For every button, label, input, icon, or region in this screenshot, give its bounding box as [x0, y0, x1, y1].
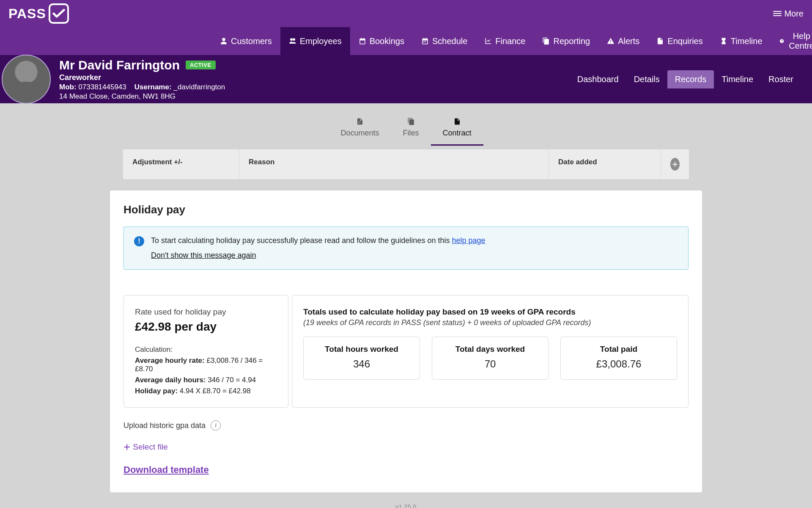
help-page-link[interactable]: help page — [452, 236, 485, 245]
select-file-button[interactable]: + Select file — [123, 442, 168, 452]
calc-key: Average daily hours: — [135, 376, 206, 384]
employee-meta: Mob: 073381445943 Username: _davidfarrin… — [59, 83, 225, 91]
adj-add-cell: + — [661, 149, 689, 179]
tab-dashboard[interactable]: Dashboard — [570, 70, 626, 88]
calc-val: 346 / 70 = 4.94 — [208, 376, 256, 384]
employee-name: Mr David Farrington — [59, 58, 180, 72]
mobile-label: Mob: — [59, 83, 77, 91]
nav-label: Alerts — [618, 36, 639, 46]
download-template-link[interactable]: Download template — [123, 464, 209, 475]
total-label: Total paid — [565, 345, 672, 354]
rec-tab-files[interactable]: Files — [391, 114, 431, 146]
rate-value: £42.98 per day — [135, 320, 277, 334]
rec-tab-label: Contract — [443, 129, 472, 138]
mobile-value: 073381445943 — [78, 83, 126, 91]
upload-row: Upload historic gpa data i — [123, 420, 689, 431]
total-paid: Total paid £3,008.76 — [560, 337, 677, 380]
plus-icon: + — [123, 443, 130, 451]
calc-key: Holiday pay: — [135, 387, 178, 395]
adjustment-section: Adjustment +/- Reason Date added + — [123, 149, 689, 179]
chart-line-icon — [484, 37, 492, 45]
total-value: 346 — [308, 358, 415, 370]
more-menu[interactable]: More — [773, 9, 804, 19]
people-icon — [289, 37, 296, 45]
totals-subtitle: (19 weeks of GPA records in PASS (sent s… — [303, 318, 677, 327]
files-icon — [407, 117, 415, 126]
copy-icon — [542, 37, 550, 45]
total-value: £3,008.76 — [565, 358, 672, 370]
employee-info: Mr David Farrington ACTIVE Careworker Mo… — [59, 58, 225, 101]
top-bar: PASS More — [0, 0, 812, 27]
contract-icon — [453, 117, 461, 126]
nav-label: Bookings — [370, 36, 404, 46]
info-banner: ! To start calculating holiday pay succe… — [123, 226, 689, 270]
avatar[interactable] — [2, 55, 51, 104]
rec-tab-label: Files — [403, 129, 419, 138]
brand-logo[interactable]: PASS — [8, 3, 69, 24]
person-icon — [220, 37, 228, 45]
calc-line: Holiday pay: 4.94 X £8.70 = £42.98 — [135, 387, 277, 395]
records-tabs: Documents Files Contract — [0, 103, 812, 146]
employee-header: Mr David Farrington ACTIVE Careworker Mo… — [0, 55, 812, 103]
main-nav: Customers Employees Bookings Schedule Fi… — [0, 27, 812, 55]
total-label: Total days worked — [436, 345, 544, 354]
brand-text: PASS — [8, 6, 46, 22]
select-file-label: Select file — [133, 442, 167, 452]
total-days: Total days worked 70 — [432, 337, 549, 380]
upload-info-icon[interactable]: i — [211, 420, 221, 431]
nav-customers[interactable]: Customers — [211, 27, 280, 55]
nav-timeline[interactable]: Timeline — [711, 27, 771, 55]
adj-col-reason: Reason — [239, 149, 549, 179]
totals-box: Totals used to calculate holiday pay bas… — [292, 295, 689, 408]
employee-subnav: Dashboard Details Records Timeline Roste… — [570, 70, 801, 88]
holiday-pay-card: Holiday pay ! To start calculating holid… — [110, 190, 702, 492]
holiday-pay-title: Holiday pay — [123, 203, 689, 216]
adjustment-header-row: Adjustment +/- Reason Date added + — [123, 149, 689, 179]
version-label: v1.25.0 — [0, 503, 812, 508]
add-adjustment-button[interactable]: + — [670, 158, 680, 171]
nav-label: Enquiries — [667, 36, 702, 46]
nav-label: Timeline — [731, 36, 763, 46]
total-value: 70 — [436, 358, 544, 370]
nav-label: Schedule — [432, 36, 467, 46]
adj-col-date: Date added — [549, 149, 661, 179]
rate-box: Rate used for holiday pay £42.98 per day… — [123, 295, 288, 408]
status-badge: ACTIVE — [186, 61, 216, 69]
info-text: To start calculating holiday pay success… — [151, 236, 486, 245]
nav-bookings[interactable]: Bookings — [350, 27, 413, 55]
info-icon: ! — [134, 236, 144, 246]
nav-help[interactable]: Help Centre — [771, 27, 812, 55]
totals-title: Totals used to calculate holiday pay bas… — [303, 307, 677, 317]
calc-line: Average daily hours: 346 / 70 = 4.94 — [135, 376, 277, 384]
tab-roster[interactable]: Roster — [761, 70, 801, 88]
warning-icon — [607, 37, 614, 45]
username-value: _davidfarrington — [173, 83, 225, 91]
nav-reporting[interactable]: Reporting — [534, 27, 598, 55]
calendar-grid-icon — [421, 37, 429, 45]
nav-schedule[interactable]: Schedule — [413, 27, 476, 55]
nav-label: Employees — [300, 36, 342, 46]
nav-label: Reporting — [553, 36, 590, 46]
calc-key: Average hourly rate: — [135, 356, 205, 364]
rec-tab-label: Documents — [340, 129, 379, 138]
nav-enquiries[interactable]: Enquiries — [648, 27, 711, 55]
employee-role: Careworker — [59, 73, 225, 82]
employee-address: 14 Mead Close, Camden, NW1 8HG — [59, 92, 225, 101]
rate-label: Rate used for holiday pay — [135, 307, 277, 317]
rec-tab-documents[interactable]: Documents — [329, 114, 391, 146]
tab-timeline[interactable]: Timeline — [714, 70, 761, 88]
info-text-pre: To start calculating holiday pay success… — [151, 236, 452, 245]
tab-records[interactable]: Records — [667, 70, 714, 88]
nav-employees[interactable]: Employees — [280, 27, 350, 55]
nav-label: Help Centre — [787, 31, 812, 51]
document-lines-icon — [356, 117, 364, 126]
hourglass-icon — [720, 37, 727, 45]
dismiss-banner-button[interactable]: Don't show this message again — [151, 251, 256, 260]
rec-tab-contract[interactable]: Contract — [431, 114, 483, 146]
total-hours: Total hours worked 346 — [303, 337, 420, 380]
nav-finance[interactable]: Finance — [476, 27, 534, 55]
tab-details[interactable]: Details — [626, 70, 667, 88]
nav-alerts[interactable]: Alerts — [598, 27, 648, 55]
username-label: Username: — [134, 83, 172, 91]
nav-label: Finance — [495, 36, 525, 46]
